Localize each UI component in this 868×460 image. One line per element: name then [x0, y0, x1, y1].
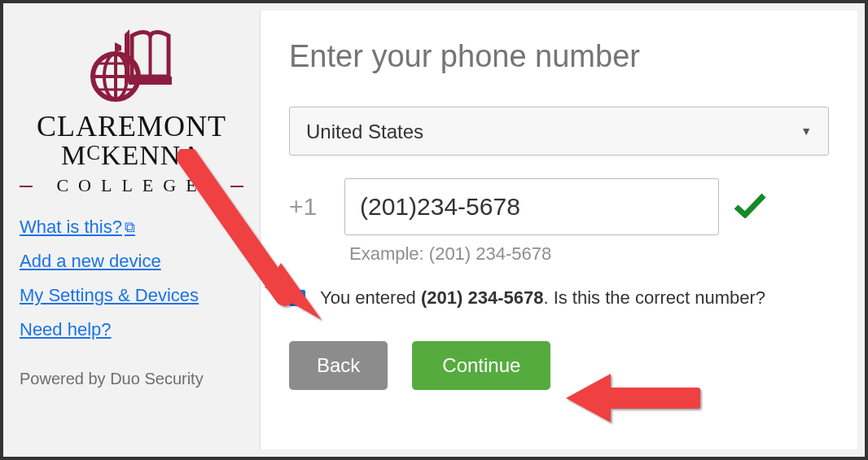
link-settings-devices[interactable]: My Settings & Devices	[20, 285, 199, 306]
main-panel: Enter your phone number United States ▼ …	[260, 11, 857, 449]
brand-line-2: MCKENNA	[20, 141, 243, 170]
brand-logo: CLAREMONT MCKENNA COLLEGE	[20, 28, 243, 196]
continue-button[interactable]: Continue	[412, 341, 550, 390]
svg-rect-7	[129, 77, 172, 85]
chevron-down-icon: ▼	[800, 107, 812, 156]
back-button[interactable]: Back	[289, 341, 388, 390]
book-globe-icon	[87, 28, 177, 105]
link-add-device[interactable]: Add a new device	[20, 251, 161, 272]
checkmark-icon	[734, 192, 766, 221]
country-code-label: +1	[289, 193, 330, 221]
sidebar-links: What is this?⧉ Add a new device My Setti…	[20, 217, 243, 353]
confirm-checkbox[interactable]	[289, 290, 305, 306]
confirm-text: You entered (201) 234-5678. Is this the …	[320, 287, 765, 309]
country-select[interactable]: United States ▼	[289, 107, 829, 156]
page-heading: Enter your phone number	[289, 39, 829, 74]
link-what-is-this[interactable]: What is this?⧉	[20, 217, 135, 238]
brand-line-3: COLLEGE	[20, 175, 243, 196]
svg-rect-9	[603, 388, 700, 409]
phone-input[interactable]	[344, 178, 719, 235]
country-select-value: United States	[306, 120, 423, 142]
brand-line-1: CLAREMONT	[20, 112, 243, 141]
link-need-help[interactable]: Need help?	[20, 319, 112, 340]
external-link-icon: ⧉	[125, 219, 135, 235]
powered-by-text: Powered by Duo Security	[20, 370, 243, 388]
sidebar: CLAREMONT MCKENNA COLLEGE What is this?⧉…	[3, 3, 260, 457]
phone-example-text: Example: (201) 234-5678	[349, 243, 829, 265]
